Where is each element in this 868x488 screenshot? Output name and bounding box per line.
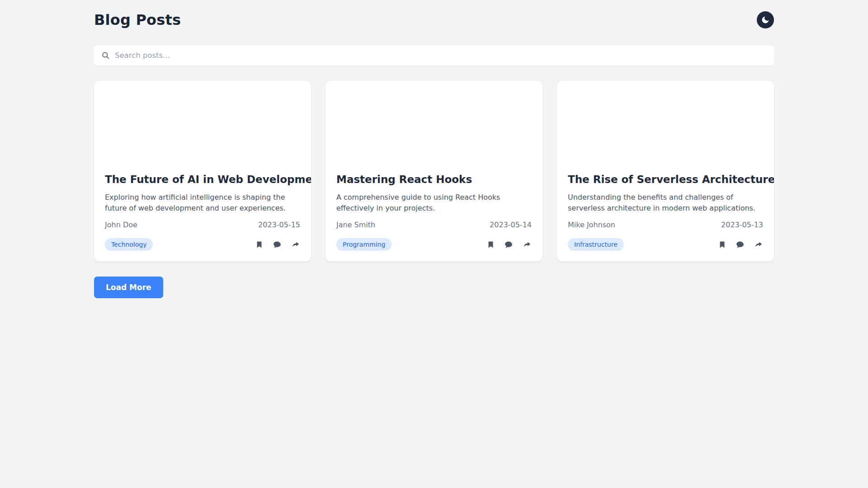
post-meta: Mike Johnson 2023-05-13 — [568, 221, 763, 229]
comment-button[interactable] — [273, 240, 282, 249]
post-date: 2023-05-15 — [258, 221, 300, 229]
comment-icon — [273, 240, 282, 249]
post-footer: Infrastructure — [568, 238, 763, 251]
search-input[interactable] — [115, 51, 767, 60]
post-card: The Rise of Serverless Architecture Unde… — [557, 81, 774, 262]
share-icon — [291, 240, 300, 249]
page-container: Blog Posts The Future of AI in Web Devel… — [94, 0, 774, 298]
post-meta: Jane Smith 2023-05-14 — [336, 221, 532, 229]
post-title: The Future of AI in Web Development — [105, 174, 300, 186]
post-tag[interactable]: Technology — [105, 238, 153, 251]
post-excerpt: Understanding the benefits and challenge… — [568, 192, 763, 214]
search-icon — [101, 51, 110, 60]
post-title: The Rise of Serverless Architecture — [568, 174, 763, 186]
post-actions — [255, 240, 300, 249]
post-footer: Programming — [336, 238, 532, 251]
bookmark-button[interactable] — [487, 240, 495, 249]
post-actions — [718, 240, 763, 249]
post-excerpt: A comprehensive guide to using React Hoo… — [336, 192, 532, 214]
post-date: 2023-05-14 — [490, 221, 532, 229]
posts-grid: The Future of AI in Web Development Expl… — [94, 81, 774, 262]
post-title: Mastering React Hooks — [336, 174, 532, 186]
post-image-placeholder — [557, 81, 774, 165]
bookmark-button[interactable] — [255, 240, 263, 249]
load-more-button[interactable]: Load More — [94, 277, 163, 298]
post-body: Mastering React Hooks A comprehensive gu… — [326, 165, 542, 262]
bookmark-icon — [255, 240, 263, 249]
post-actions — [487, 240, 532, 249]
post-body: The Future of AI in Web Development Expl… — [94, 165, 311, 262]
search-bar — [94, 45, 774, 66]
post-card: The Future of AI in Web Development Expl… — [94, 81, 311, 262]
post-excerpt: Exploring how artificial intelligence is… — [105, 192, 300, 214]
post-tag[interactable]: Infrastructure — [568, 238, 624, 251]
post-meta: John Doe 2023-05-15 — [105, 221, 300, 229]
post-footer: Technology — [105, 238, 300, 251]
post-image-placeholder — [326, 81, 542, 165]
post-author: Mike Johnson — [568, 221, 615, 229]
comment-button[interactable] — [504, 240, 513, 249]
post-image-placeholder — [94, 81, 311, 165]
post-author: John Doe — [105, 221, 137, 229]
share-button[interactable] — [754, 240, 763, 249]
post-date: 2023-05-13 — [721, 221, 763, 229]
header: Blog Posts — [94, 11, 774, 28]
comment-icon — [736, 240, 745, 249]
dark-mode-toggle-button[interactable] — [757, 11, 774, 28]
post-tag[interactable]: Programming — [336, 238, 392, 251]
post-author: Jane Smith — [336, 221, 375, 229]
share-button[interactable] — [523, 240, 532, 249]
bookmark-button[interactable] — [718, 240, 726, 249]
bookmark-icon — [718, 240, 726, 249]
share-button[interactable] — [291, 240, 300, 249]
comment-icon — [504, 240, 513, 249]
post-card: Mastering React Hooks A comprehensive gu… — [326, 81, 542, 262]
bookmark-icon — [487, 240, 495, 249]
share-icon — [523, 240, 532, 249]
moon-icon — [761, 15, 770, 24]
post-body: The Rise of Serverless Architecture Unde… — [557, 165, 774, 262]
share-icon — [754, 240, 763, 249]
comment-button[interactable] — [736, 240, 745, 249]
page-title: Blog Posts — [94, 11, 181, 28]
